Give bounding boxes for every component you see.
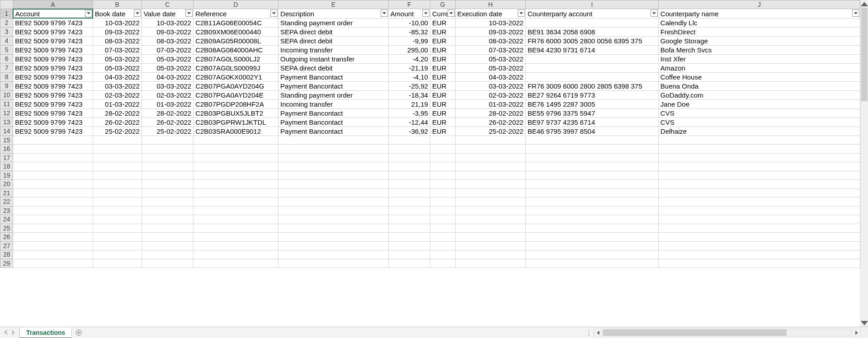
cell-G3[interactable]: EUR [430, 27, 455, 36]
cell-G17[interactable] [430, 153, 455, 162]
cell-E3[interactable]: SEPA direct debit [278, 27, 389, 36]
cell-D10[interactable]: C2B07PGA0AYD204E [193, 90, 278, 99]
horizontal-scrollbar[interactable] [594, 327, 860, 338]
row-header-9[interactable]: 9 [0, 81, 13, 90]
cell-C8[interactable]: 04-03-2022 [142, 72, 193, 81]
cell-G20[interactable] [430, 180, 455, 189]
cell-E4[interactable]: SEPA direct debit [278, 36, 389, 45]
cell-A7[interactable]: BE92 5009 9799 7423 [13, 63, 93, 72]
cell-H16[interactable] [455, 145, 525, 154]
cell-E2[interactable]: Standing payment order [278, 18, 389, 27]
cell-B25[interactable] [93, 224, 142, 233]
cell-D21[interactable] [193, 188, 278, 197]
cell-H14[interactable]: 25-02-2022 [455, 127, 525, 136]
cell-G23[interactable] [430, 206, 455, 215]
cell-J14[interactable]: Delhaize [658, 127, 860, 136]
cell-J18[interactable] [658, 162, 860, 171]
cell-C19[interactable] [142, 171, 193, 180]
cell-G18[interactable] [430, 162, 455, 171]
cell-I22[interactable] [525, 197, 658, 207]
cell-C1[interactable]: Value date [142, 9, 193, 19]
cell-B1[interactable]: Book date [93, 9, 142, 19]
cell-I8[interactable] [525, 72, 658, 81]
cell-F20[interactable] [388, 180, 430, 189]
cell-I13[interactable]: BE97 9737 4235 6714 [525, 117, 658, 127]
cell-J12[interactable]: CVS [658, 108, 860, 117]
cell-G7[interactable]: EUR [430, 63, 455, 72]
cell-C2[interactable]: 10-03-2022 [142, 18, 193, 27]
cell-G12[interactable]: EUR [430, 108, 455, 117]
col-header-E[interactable]: E [278, 0, 389, 9]
cell-B28[interactable] [93, 250, 142, 259]
cell-E7[interactable]: SEPA direct debit [278, 63, 389, 72]
cell-I9[interactable]: FR76 3009 6000 2800 2805 6398 375 [525, 81, 658, 90]
cell-B20[interactable] [93, 180, 142, 189]
cell-J22[interactable] [658, 197, 860, 207]
cell-A22[interactable] [13, 197, 93, 207]
cell-H13[interactable]: 26-02-2022 [455, 117, 525, 127]
cell-J21[interactable] [658, 188, 860, 197]
cell-D7[interactable]: C2B07AG0LS00099J [193, 63, 278, 72]
cell-F4[interactable]: -9,99 [388, 36, 430, 45]
cell-H19[interactable] [455, 171, 525, 180]
cell-F28[interactable] [388, 250, 430, 259]
filter-dropdown-button[interactable] [448, 9, 455, 17]
row-header-3[interactable]: 3 [0, 27, 13, 36]
row-header-23[interactable]: 23 [0, 206, 13, 215]
cell-H26[interactable] [455, 233, 525, 242]
cell-I24[interactable] [525, 215, 658, 224]
row-header-5[interactable]: 5 [0, 45, 13, 54]
cell-I21[interactable] [525, 188, 658, 197]
cell-E1[interactable]: Description [278, 9, 389, 19]
cell-C14[interactable]: 25-02-2022 [142, 127, 193, 136]
cell-D15[interactable] [193, 136, 278, 145]
cell-F5[interactable]: 295,00 [388, 45, 430, 54]
new-sheet-button[interactable] [72, 327, 85, 338]
vscroll-track[interactable] [861, 8, 868, 319]
cell-A15[interactable] [13, 136, 93, 145]
cell-G14[interactable]: EUR [430, 127, 455, 136]
cell-E11[interactable]: Incoming transfer [278, 99, 389, 108]
cell-I28[interactable] [525, 250, 658, 259]
cell-A9[interactable]: BE92 5009 9799 7423 [13, 81, 93, 90]
col-header-B[interactable]: B [93, 0, 142, 9]
sheet-tab-transactions[interactable]: Transactions [19, 328, 72, 338]
cell-J15[interactable] [658, 136, 860, 145]
cell-A6[interactable]: BE92 5009 9799 7423 [13, 54, 93, 63]
cell-I11[interactable]: BE76 1495 2287 3005 [525, 99, 658, 108]
cell-D17[interactable] [193, 153, 278, 162]
cell-B14[interactable]: 25-02-2022 [93, 127, 142, 136]
cell-E27[interactable] [278, 241, 389, 250]
cell-J26[interactable] [658, 233, 860, 242]
cell-C25[interactable] [142, 224, 193, 233]
cell-G6[interactable]: EUR [430, 54, 455, 63]
cell-B26[interactable] [93, 233, 142, 242]
cell-G27[interactable] [430, 241, 455, 250]
col-header-D[interactable]: D [193, 0, 278, 9]
filter-dropdown-button[interactable] [270, 9, 278, 17]
cell-I19[interactable] [525, 171, 658, 180]
cell-D6[interactable]: C2B07AG0LS000LJ2 [193, 54, 278, 63]
cell-I15[interactable] [525, 136, 658, 145]
cell-H9[interactable]: 03-03-2022 [455, 81, 525, 90]
row-header-8[interactable]: 8 [0, 72, 13, 81]
cell-D1[interactable]: Reference [193, 9, 278, 19]
cell-J7[interactable]: Amazon [658, 63, 860, 72]
cell-H27[interactable] [455, 241, 525, 250]
cell-B3[interactable]: 09-03-2022 [93, 27, 142, 36]
cell-I18[interactable] [525, 162, 658, 171]
cell-D8[interactable]: C2B07AG0KX0002Y1 [193, 72, 278, 81]
cell-D16[interactable] [193, 145, 278, 154]
col-header-J[interactable]: J [658, 0, 860, 9]
cell-G1[interactable]: Currency [430, 9, 455, 19]
cell-B12[interactable]: 28-02-2022 [93, 108, 142, 117]
cell-J19[interactable] [658, 171, 860, 180]
cell-E29[interactable] [278, 259, 389, 268]
row-header-27[interactable]: 27 [0, 241, 13, 250]
cell-F27[interactable] [388, 241, 430, 250]
cell-G11[interactable]: EUR [430, 99, 455, 108]
filter-dropdown-button[interactable] [518, 9, 525, 17]
cell-A20[interactable] [13, 180, 93, 189]
cell-B21[interactable] [93, 188, 142, 197]
cell-J20[interactable] [658, 180, 860, 189]
